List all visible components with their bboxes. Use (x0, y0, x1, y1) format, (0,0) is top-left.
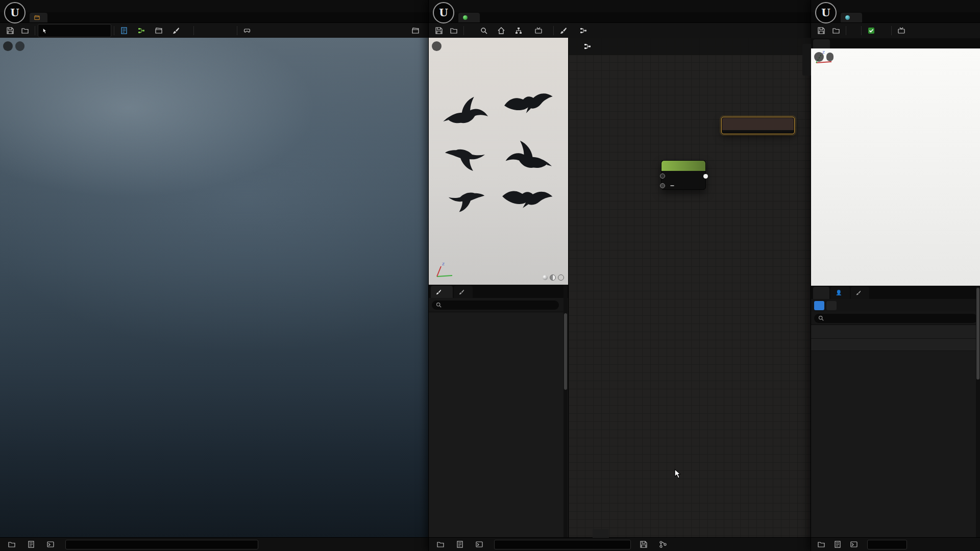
home-button[interactable] (494, 24, 511, 37)
asset-tab[interactable] (458, 13, 480, 22)
active-overview-button[interactable] (814, 301, 824, 310)
cmd-dropdown[interactable] (43, 538, 64, 551)
half-sphere-icon[interactable] (550, 274, 556, 281)
toolbar-overflow-kebab-icon[interactable] (184, 24, 191, 37)
status-bar (429, 537, 811, 551)
preview-state-dropdown[interactable] (576, 24, 596, 37)
material-preview-viewport[interactable]: Z (429, 38, 569, 285)
clean-graph-dropdown[interactable] (556, 24, 576, 37)
scalability-badge[interactable] (826, 53, 834, 61)
unreal-desktop: U (0, 0, 980, 551)
divider (114, 26, 114, 35)
content-browser-button[interactable] (18, 24, 32, 37)
asset-tab[interactable] (841, 13, 862, 22)
console-input[interactable] (65, 540, 258, 549)
apply-button[interactable] (467, 24, 476, 37)
scalability-badge[interactable] (15, 41, 24, 51)
niagara-icon (845, 15, 850, 20)
pixel-streaming-dropdown[interactable] (396, 24, 408, 37)
preview-tab[interactable] (813, 39, 830, 48)
tab-user-parameters[interactable]: 👤 (830, 287, 850, 299)
niagara-preview-viewport[interactable]: Z (811, 48, 980, 286)
play-from-button[interactable] (204, 24, 211, 37)
graph-breadcrumb-bar (569, 38, 811, 55)
divider (463, 26, 464, 35)
selection-mode-dropdown[interactable] (38, 24, 111, 37)
landscape-button[interactable] (169, 24, 183, 37)
browse-button[interactable] (829, 24, 843, 37)
save-button[interactable] (814, 24, 828, 37)
wire-sphere-icon[interactable] (558, 274, 564, 281)
details-panel (429, 285, 569, 538)
content-drawer-button[interactable] (4, 538, 22, 551)
overview-mode-buttons (811, 299, 980, 312)
viewport-menu-icon[interactable] (432, 41, 442, 51)
stop-button[interactable] (212, 24, 219, 37)
output-log-button[interactable] (831, 538, 847, 551)
output-log-button[interactable] (452, 538, 471, 551)
bird-particles (811, 48, 980, 286)
output-pin[interactable] (703, 174, 708, 179)
content-drawer-button[interactable] (815, 538, 830, 551)
search-button[interactable] (477, 24, 494, 37)
blueprints-button[interactable] (117, 24, 134, 37)
preview-tab-bar (811, 38, 980, 48)
material-graph[interactable] (569, 38, 811, 538)
level-tab[interactable] (30, 13, 47, 22)
cmd-dropdown[interactable] (848, 538, 866, 551)
add-actor-button[interactable] (134, 24, 151, 37)
substrate-tab[interactable] (593, 529, 609, 538)
details-search-input[interactable] (432, 300, 559, 310)
viewport-menu-icon[interactable] (3, 41, 13, 51)
save-button[interactable] (432, 24, 446, 37)
sphere-icon[interactable] (543, 275, 548, 280)
console-input[interactable] (867, 540, 907, 549)
tab-parameters[interactable] (454, 286, 473, 298)
parameters-search-input[interactable] (814, 314, 977, 323)
mouse-cursor (674, 469, 681, 479)
menubar (0, 0, 428, 12)
palette-tab[interactable] (802, 44, 811, 76)
input-pin[interactable] (660, 183, 665, 188)
system-attributes-header[interactable] (811, 339, 980, 351)
tab-parameters[interactable] (813, 287, 829, 299)
left-dock: Z (429, 38, 569, 538)
details-scrollbar[interactable] (564, 285, 568, 538)
parameters-scrollbar[interactable] (976, 286, 980, 538)
console-input[interactable] (494, 540, 631, 549)
multiply-node[interactable] (661, 160, 706, 190)
unsaved-indicator[interactable] (636, 538, 654, 551)
tab-details[interactable] (431, 286, 453, 298)
browse-button[interactable] (447, 24, 461, 37)
status-bar (0, 537, 428, 551)
status-bar (811, 537, 980, 551)
tab-local-modules[interactable] (851, 287, 869, 299)
compile-button[interactable] (864, 24, 881, 37)
asset-tab-row (429, 12, 811, 22)
level-viewport[interactable] (0, 38, 428, 538)
toolbar-expand-icon[interactable] (801, 24, 808, 37)
live-update-dropdown[interactable] (531, 24, 551, 37)
active-module-button[interactable] (826, 301, 837, 310)
apply-scratch-button[interactable] (849, 24, 859, 37)
thumbnail-button[interactable] (894, 24, 911, 37)
viewport-menu-icon[interactable] (814, 52, 824, 62)
play-options-kebab-icon[interactable] (227, 24, 234, 37)
compile-options-kebab-icon[interactable] (881, 24, 889, 37)
preview-mesh-buttons[interactable] (543, 274, 564, 281)
eject-button[interactable] (219, 24, 227, 37)
virtual-production-button[interactable] (408, 24, 425, 37)
revision-control-dropdown[interactable] (655, 538, 677, 551)
user-exposed-section[interactable] (811, 325, 980, 339)
save-button[interactable] (3, 24, 17, 37)
input-pin[interactable] (660, 173, 665, 179)
platforms-dropdown[interactable] (240, 24, 259, 37)
play-button[interactable] (197, 24, 204, 37)
output-log-button[interactable] (23, 538, 42, 551)
viewport-controls (814, 52, 980, 62)
material-result-node[interactable] (722, 117, 794, 134)
hierarchy-dropdown[interactable] (511, 24, 531, 37)
cmd-dropdown[interactable] (472, 538, 493, 551)
content-drawer-button[interactable] (433, 538, 451, 551)
cinematics-button[interactable] (152, 24, 168, 37)
